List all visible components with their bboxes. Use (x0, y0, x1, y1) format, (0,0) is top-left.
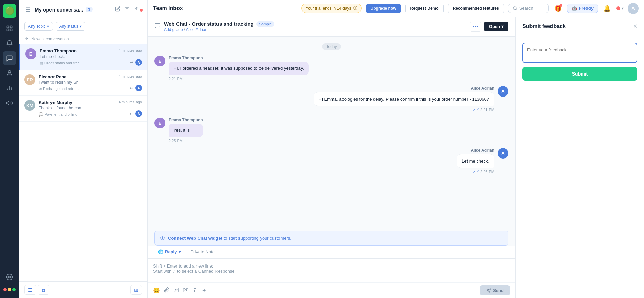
reply-area: 🌐 Reply ▾ Private Note Shift + Enter to … (148, 246, 515, 298)
conv-label: Payment and billing (45, 112, 77, 116)
emoji-icon[interactable]: 😊 (153, 287, 160, 294)
close-feedback-button[interactable]: × (633, 22, 637, 30)
sidebar-logo[interactable]: 🟢 (3, 4, 16, 18)
compose-icon[interactable] (113, 5, 122, 14)
request-demo-button[interactable]: Request Demo (405, 4, 444, 13)
conv-time: 4 minutes ago (119, 100, 142, 104)
feedback-submit-button[interactable]: Submit (522, 67, 637, 81)
grid-view-btn[interactable]: ▦ (38, 285, 49, 295)
screenshot-icon[interactable] (183, 287, 188, 294)
user-avatar[interactable]: A (628, 3, 639, 14)
list-view-btn[interactable]: ☰ (24, 285, 36, 295)
conv-name: Emma Thompson (40, 48, 77, 54)
feedback-header: Submit feedback × (516, 17, 644, 36)
gift-button[interactable]: 🎁 (553, 3, 563, 14)
agent-avatar: A (135, 110, 142, 117)
freddy-icon: 🤖 (572, 6, 577, 11)
reply-input[interactable]: Shift + Enter to add a new line;Start wi… (148, 259, 515, 282)
conv-label: Exchange and refunds (43, 87, 80, 91)
trial-badge: Your trial ends in 14 days ⓘ (301, 4, 361, 13)
sidebar-item-conversations[interactable] (3, 51, 16, 65)
ai-icon[interactable]: ✦ (202, 287, 206, 294)
private-note-tab[interactable]: Private Note (186, 246, 220, 258)
status-filter[interactable]: Any status ▾ (56, 22, 85, 31)
menu-icon[interactable]: ☰ (24, 5, 32, 14)
sidebar-item-contacts[interactable] (3, 66, 16, 80)
conversation-item[interactable]: KM Kathryn Murphy 4 minutes ago Thanks. … (19, 96, 147, 122)
svg-point-4 (8, 71, 11, 73)
feedback-panel: Submit feedback × Submit (515, 17, 644, 298)
sort-icon[interactable] (132, 5, 141, 14)
chat-main: Web Chat - Order status and tracking Sam… (148, 17, 515, 298)
avatar: E (154, 118, 165, 128)
conversation-item[interactable]: E Emma Thompson 4 minutes ago Let me che… (19, 44, 147, 70)
conv-preview: I want to return my Shi... (39, 80, 142, 85)
send-button[interactable]: Send (480, 285, 510, 295)
upgrade-button[interactable]: Upgrade now (366, 4, 401, 13)
status-dropdown[interactable]: ▾ (616, 6, 624, 11)
avatar: E (154, 56, 165, 66)
conversation-panel-header: ☰ My open conversa... 3 (19, 0, 147, 19)
date-divider: Today (322, 43, 341, 50)
topic-filter[interactable]: Any Topic ▾ (24, 22, 53, 31)
search-box[interactable]: Search (508, 4, 549, 13)
conversation-item[interactable]: EP Eleanor Pena 4 minutes ago I want to … (19, 70, 147, 96)
msg-sender: Alice Adrian (314, 86, 494, 91)
msg-time: ✓✓ 2:26 PM (457, 169, 494, 174)
conversation-list: E Emma Thompson 4 minutes ago Let me che… (19, 44, 147, 281)
chevron-down-icon[interactable]: ▾ (179, 249, 181, 254)
info-text: to start supporting your customers. (224, 236, 291, 241)
feedback-body: Submit (516, 36, 644, 87)
sort-row: Newest conversation (19, 34, 147, 44)
sidebar-item-settings[interactable] (3, 270, 16, 284)
svg-point-19 (185, 289, 186, 291)
breadcrumb-group-link[interactable]: Add group (164, 27, 183, 32)
message-row: E Emma Thompson Hi, I ordered a headset.… (154, 56, 508, 81)
message-bubble: Let me check. (457, 154, 494, 168)
msg-sender: Emma Thompson (169, 56, 309, 60)
audio-icon[interactable]: 🎙 (192, 288, 198, 294)
chat-title: Web Chat - Order status and tracking (164, 21, 254, 27)
notification-button[interactable]: 🔔 (602, 3, 612, 14)
svg-rect-1 (10, 26, 12, 28)
image-icon[interactable] (173, 287, 179, 294)
reply-placeholder: Shift + Enter to add a new line;Start wi… (153, 263, 510, 274)
agent-avatar: A (135, 85, 142, 91)
chevron-down-icon: ▾ (622, 6, 624, 11)
panel-footer: ☰ ▦ ⊞ (19, 281, 147, 298)
main-area: Team Inbox Your trial ends in 14 days ⓘ … (148, 0, 644, 298)
svg-marker-8 (7, 101, 9, 105)
webchat-link[interactable]: Connect Web Chat widget (168, 236, 222, 241)
sidebar-item-dashboard[interactable] (3, 22, 16, 35)
avatar: A (498, 148, 508, 159)
sidebar-item-notifications[interactable] (3, 37, 16, 50)
freddy-button[interactable]: 🤖 Freddy (567, 4, 598, 13)
read-check-icon: ✓✓ (473, 169, 479, 174)
attach-icon[interactable] (164, 287, 169, 294)
reply-tab[interactable]: 🌐 Reply ▾ (153, 246, 186, 258)
breadcrumb-agent-link[interactable]: Alice Adrian (186, 27, 207, 32)
sidebar-item-campaigns[interactable] (3, 96, 16, 110)
feedback-input[interactable] (522, 43, 637, 63)
open-status-button[interactable]: Open ▾ (484, 22, 508, 31)
msg-time: 2:21 PM (169, 77, 309, 81)
conv-time: 4 minutes ago (119, 74, 142, 78)
msg-time: 2:25 PM (169, 139, 203, 143)
message-bubble: Hi, I ordered a headset. It was supposed… (169, 62, 309, 75)
info-icon: ⓘ (160, 235, 165, 241)
color-dots (3, 285, 16, 294)
recommended-features-button[interactable]: Recommended features (448, 4, 504, 13)
agent-avatar: A (135, 59, 142, 66)
message-bubble: Yes, it is (169, 124, 203, 137)
sort-label: Newest conversation (31, 37, 69, 41)
svg-point-9 (9, 276, 11, 278)
filter-icon[interactable] (123, 5, 131, 14)
expand-btn[interactable]: ⊞ (130, 285, 142, 295)
search-placeholder: Search (519, 6, 533, 11)
avatar: E (25, 48, 36, 59)
reply-toolbar: 😊 🎙 ✦ (148, 282, 515, 298)
sample-badge: Sample (256, 21, 274, 27)
sidebar-item-reports[interactable] (3, 81, 16, 95)
more-options-button[interactable]: ••• (470, 22, 481, 32)
feedback-title: Submit feedback (522, 23, 566, 29)
